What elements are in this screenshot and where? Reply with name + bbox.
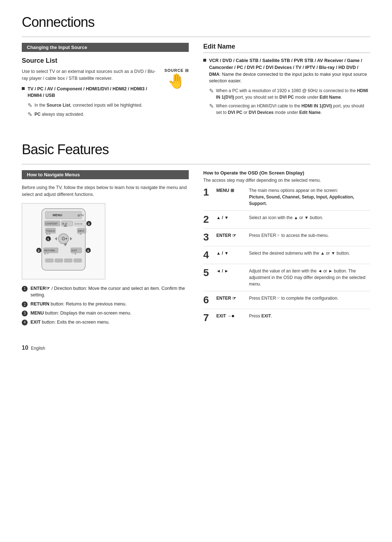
connections-divider: [22, 37, 370, 37]
svg-text:INFO: INFO: [78, 230, 84, 232]
osd-desc-7: Press EXIT.: [249, 313, 370, 319]
osd-desc-5: Adjust the value of an item with the ◄ o…: [249, 268, 370, 287]
remote-hand-icon: 🤚: [164, 74, 189, 88]
osd-row-2: 2 ▲ / ▼ Select an icon with the ▲ or ▼ b…: [203, 214, 370, 229]
osd-desc-1: The main menu options appear on the scre…: [249, 187, 370, 207]
svg-rect-1: [45, 212, 82, 219]
osd-num-3: 3: [203, 232, 216, 242]
osd-num-7: 7: [203, 313, 216, 323]
svg-text:↑ ⊟: ↑ ⊟: [78, 233, 82, 235]
osd-key-1: MENU ⊞: [216, 187, 249, 193]
num-3: 3: [22, 311, 28, 316]
note-icon-2: ✎: [28, 111, 32, 118]
svg-text:G+: G+: [62, 236, 68, 241]
source-list-body: Use to select TV or an external input so…: [22, 68, 189, 82]
osd-num-4: 4: [203, 250, 216, 260]
osd-key-6: ENTER ☞: [216, 295, 249, 301]
svg-text:⊞ ⊟: ⊞ ⊟: [62, 222, 67, 225]
osd-num-5: 5: [203, 268, 216, 278]
bf-list-item-4: 4 EXIT button: Exits the on-screen menu.: [22, 319, 189, 326]
changing-input-source-header: Changing the Input Source: [22, 43, 189, 52]
bf-list-text-3: MENU button: Displays the main on-screen…: [30, 310, 131, 317]
basic-features-divider: [22, 164, 370, 164]
svg-text:⊟ ↺: ⊟ ↺: [44, 252, 49, 255]
basic-features-title: Basic Features: [22, 142, 370, 157]
bf-numbered-list: 1 ENTER☞ / Direction button: Move the cu…: [22, 285, 189, 326]
edit-name-note2-text: When connecting an HDMI/DVI cable to the…: [216, 103, 370, 116]
osd-key-3: ENTER ☞: [216, 232, 249, 238]
bf-list-item-1: 1 ENTER☞ / Direction button: Move the cu…: [22, 285, 189, 299]
bf-list-item-3: 3 MENU button: Displays the main on-scre…: [22, 310, 189, 317]
edit-name-title: Edit Name: [203, 43, 370, 50]
svg-text:CONTENT: CONTENT: [45, 222, 58, 225]
svg-text:@TV: @TV: [77, 214, 84, 217]
bf-list-text-2: RETURN button: Returns to the previous m…: [30, 301, 127, 308]
osd-title: How to Operate the OSD (On Screen Displa…: [203, 170, 370, 176]
svg-rect-37: [55, 259, 63, 262]
edit-name-bullet: VCR / DVD / Cable STB / Satellite STB / …: [203, 57, 370, 85]
bf-list-item-2: 2 RETURN button: Returns to the previous…: [22, 301, 189, 308]
svg-text:0:00:00: 0:00:00: [75, 223, 83, 225]
source-list-note1-text: In the Source List, connected inputs wil…: [34, 102, 143, 108]
bullet-icon: [22, 87, 25, 90]
svg-rect-39: [74, 259, 82, 262]
svg-text:⊟ ⊟: ⊟ ⊟: [46, 233, 50, 235]
edit-name-note1: ✎ When a PC with a resolution of 1920 x …: [203, 87, 370, 100]
svg-rect-36: [45, 259, 53, 262]
svg-text:3: 3: [88, 222, 90, 226]
svg-text:EXIT: EXIT: [72, 249, 77, 252]
remote-illustration: MENU @TV CONTENT ⊞ ⊟ 0:00:00 3: [22, 203, 105, 279]
bf-body: Before using the TV, follow the steps be…: [22, 184, 189, 198]
svg-text:2: 2: [38, 249, 40, 252]
footer-lang: English: [31, 346, 45, 351]
svg-text:→ ⊟: → ⊟: [72, 252, 76, 255]
source-list-bullet: TV / PC / AV / Component / HDMI1/DVI / H…: [22, 86, 160, 99]
edit-name-note1-text: When a PC with a resolution of 1920 x 10…: [216, 87, 370, 100]
osd-row-5: 5 ◄ / ► Adjust the value of an item with…: [203, 268, 370, 291]
source-list-note1: ✎ In the Source List, connected inputs w…: [22, 102, 189, 109]
osd-num-1: 1: [203, 187, 216, 197]
osd-row-6: 6 ENTER ☞ Press ENTER☞ to complete the c…: [203, 295, 370, 309]
osd-desc-3: Press ENTER☞ to access the sub-menu.: [249, 232, 370, 239]
osd-desc-6: Press ENTER☞ to complete the configurati…: [249, 295, 370, 301]
edit-name-note2: ✎ When connecting an HDMI/DVI cable to t…: [203, 103, 370, 116]
osd-num-2: 2: [203, 214, 216, 225]
svg-rect-38: [64, 259, 72, 262]
num-1: 1: [22, 286, 28, 292]
edit-name-bullet-text: VCR / DVD / Cable STB / Satellite STB / …: [209, 57, 370, 85]
svg-text:1: 1: [47, 237, 49, 241]
source-list-bullet-text: TV / PC / AV / Component / HDMI1/DVI / H…: [28, 86, 160, 99]
osd-desc-2: Select an icon with the ▲ or ▼ button.: [249, 214, 370, 221]
osd-num-6: 6: [203, 295, 216, 305]
osd-key-2: ▲ / ▼: [216, 214, 249, 220]
svg-text:MENU: MENU: [53, 213, 62, 217]
osd-row-3: 3 ENTER ☞ Press ENTER☞ to access the sub…: [203, 232, 370, 246]
source-icon-illustration: SOURCE ⊟: [164, 68, 189, 73]
note-icon-1: ✎: [28, 102, 32, 109]
page-footer: 10 English: [22, 345, 370, 351]
svg-text:4: 4: [87, 249, 89, 252]
bf-list-text-1: ENTER☞ / Direction button: Move the curs…: [30, 285, 189, 299]
edit-name-hr: [203, 53, 370, 53]
connections-title: Connections: [22, 15, 370, 30]
bf-right: How to Operate the OSD (On Screen Displa…: [203, 170, 370, 330]
source-list-title: Source List: [22, 57, 189, 65]
note-icon-en2: ✎: [209, 103, 214, 110]
bullet-icon-en: [203, 59, 206, 62]
connections-right: Edit Name VCR / DVD / Cable STB / Satell…: [203, 43, 370, 120]
num-4: 4: [22, 320, 28, 325]
osd-row-7: 7 EXIT →■ Press EXIT.: [203, 313, 370, 327]
osd-row-1: 1 MENU ⊞ The main menu options appear on…: [203, 187, 370, 211]
note-icon-en1: ✎: [209, 87, 214, 94]
osd-subtitle: The access step may differ depending on …: [203, 178, 370, 183]
basic-features-section: Basic Features How to Navigate Menus Bef…: [22, 142, 370, 330]
osd-key-4: ▲ / ▼: [216, 250, 249, 256]
num-2: 2: [22, 301, 28, 307]
source-list-note2-text: PC always stay activated.: [34, 111, 84, 118]
source-list-note2: ✎ PC always stay activated.: [22, 111, 189, 118]
connections-left: Changing the Input Source Source List SO…: [22, 43, 189, 120]
osd-desc-4: Select the desired submenu with the ▲ or…: [249, 250, 370, 256]
osd-key-5: ◄ / ►: [216, 268, 249, 274]
svg-text:TOOLS: TOOLS: [46, 230, 55, 232]
osd-row-4: 4 ▲ / ▼ Select the desired submenu with …: [203, 250, 370, 264]
